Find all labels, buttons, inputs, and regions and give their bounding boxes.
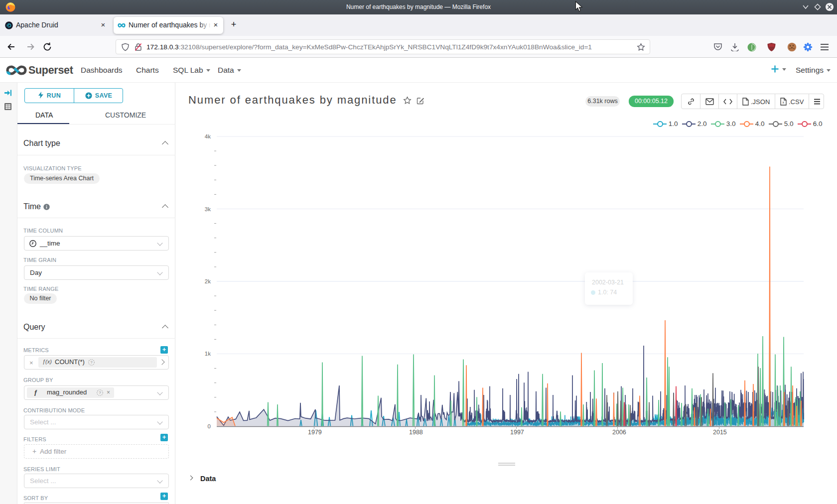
svg-text:?: ? [90, 360, 93, 365]
svg-text:?: ? [99, 390, 101, 395]
